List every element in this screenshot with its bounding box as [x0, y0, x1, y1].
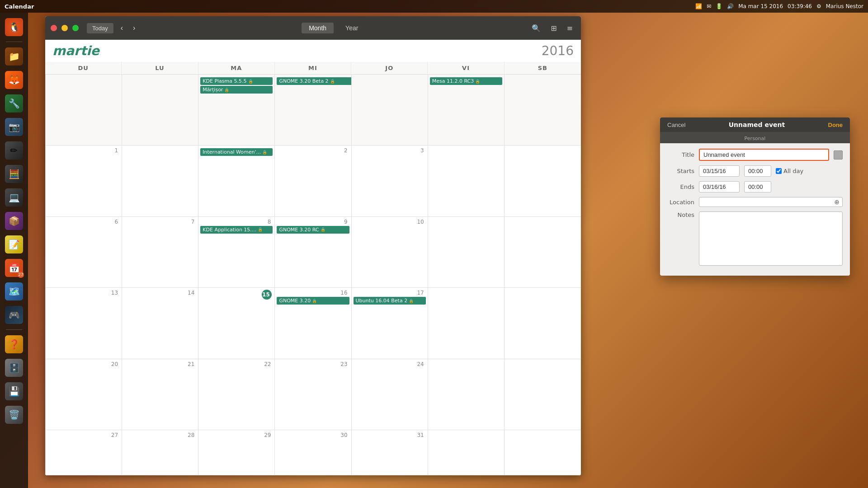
- cal-cell-w2-vi[interactable]: [428, 217, 505, 288]
- today-button[interactable]: Today: [87, 23, 113, 33]
- cal-cell-w3-mi[interactable]: 16 GNOME 3.20 🔒: [275, 288, 351, 359]
- cal-cell-w4-mi[interactable]: 23: [275, 359, 351, 430]
- lock-icon: 🔒: [262, 150, 267, 155]
- dock-item-notes[interactable]: 📝: [3, 234, 25, 255]
- dock-item-steam[interactable]: 🎮: [3, 304, 25, 326]
- dock-item-calendar[interactable]: 📅 27: [3, 257, 25, 279]
- cal-cell-w2-mi[interactable]: 9 GNOME 3.20 RC 🔒: [275, 217, 351, 288]
- cancel-button[interactable]: Cancel: [667, 122, 685, 128]
- cal-cell-w1-mi[interactable]: 2: [275, 145, 351, 216]
- event-gnome-beta2[interactable]: GNOME 3.20 Beta 2 🔒: [277, 77, 351, 85]
- cal-cell-w0-lu[interactable]: [122, 75, 198, 145]
- cal-cell-w0-jo[interactable]: [352, 75, 428, 145]
- search-icon[interactable]: 🔍: [529, 22, 543, 34]
- cal-cell-w3-ma[interactable]: 15: [198, 288, 275, 359]
- grid-icon[interactable]: ⊞: [548, 22, 559, 34]
- mail-icon: ✉: [707, 3, 711, 9]
- event-martisor[interactable]: Mărțișor 🔒: [200, 86, 273, 94]
- cal-cell-w2-lu[interactable]: 7: [122, 217, 198, 288]
- event-intl-women[interactable]: International Women'... 🔒: [200, 148, 273, 156]
- cal-cell-w0-ma[interactable]: KDE Plasma 5.5.5 🔒 Mărțișor 🔒: [198, 75, 275, 145]
- notes-textarea[interactable]: [699, 211, 843, 266]
- dock-item-maps[interactable]: 🗺️: [3, 281, 25, 302]
- cal-cell-w5-du[interactable]: 27: [46, 430, 122, 475]
- event-kde-app[interactable]: KDE Application 15.... 🔒: [200, 226, 273, 234]
- event-ubuntu-beta2[interactable]: Ubuntu 16.04 Beta 2 🔒: [354, 297, 426, 305]
- allday-checkbox[interactable]: [776, 168, 782, 174]
- next-button[interactable]: ›: [130, 23, 138, 33]
- dock-item-software[interactable]: 📦: [3, 210, 25, 232]
- location-input[interactable]: [702, 199, 834, 206]
- cal-cell-w3-sb[interactable]: [505, 288, 581, 359]
- cal-cell-w4-ma[interactable]: 22: [198, 359, 275, 430]
- cal-cell-w1-vi[interactable]: [428, 145, 505, 216]
- cal-cell-w1-du[interactable]: 1: [46, 145, 122, 216]
- cal-cell-w5-jo[interactable]: 31: [352, 430, 428, 475]
- cal-cell-w0-sb[interactable]: [505, 75, 581, 145]
- cal-cell-w5-lu[interactable]: 28: [122, 430, 198, 475]
- dock-item-trash[interactable]: 🗑️: [3, 404, 25, 426]
- cal-cell-w1-ma[interactable]: International Women'... 🔒: [198, 145, 275, 216]
- cal-cell-w1-lu[interactable]: [122, 145, 198, 216]
- event-gnome-rc[interactable]: GNOME 3.20 RC 🔒: [277, 226, 349, 234]
- cal-cell-w5-sb[interactable]: [505, 430, 581, 475]
- cell-num: [430, 218, 502, 220]
- month-view-button[interactable]: Month: [302, 23, 334, 33]
- ends-date-input[interactable]: [699, 181, 740, 192]
- title-input[interactable]: [699, 149, 829, 161]
- dock-item-files[interactable]: 📁: [3, 46, 25, 67]
- starts-time-input[interactable]: [744, 165, 771, 177]
- cal-cell-w4-sb[interactable]: [505, 359, 581, 430]
- cal-cell-w3-du[interactable]: 13: [46, 288, 122, 359]
- done-button[interactable]: Done: [828, 122, 843, 128]
- cal-cell-w2-ma[interactable]: 8 KDE Application 15.... 🔒: [198, 217, 275, 288]
- allday-check[interactable]: All day: [776, 168, 803, 174]
- maximize-button[interactable]: [72, 25, 79, 31]
- maps-icon: 🗺️: [5, 282, 23, 300]
- cal-cell-w2-sb[interactable]: [505, 217, 581, 288]
- menu-icon[interactable]: ≡: [564, 22, 576, 34]
- year-view-button[interactable]: Year: [338, 23, 365, 33]
- ends-time-input[interactable]: [744, 181, 771, 192]
- dock-item-terminal[interactable]: 💻: [3, 187, 25, 208]
- cal-cell-w3-lu[interactable]: 14: [122, 288, 198, 359]
- cal-cell-w4-lu[interactable]: 21: [122, 359, 198, 430]
- cal-cell-w0-vi[interactable]: Mesa 11.2.0 RC3 🔒: [428, 75, 505, 145]
- lock-icon: 🔒: [321, 227, 326, 232]
- sidebar: 🐧 📁 🦊 🔧 📷 ✏️ 🧮 💻 📦 📝 📅 27 🗺️ 🎮 ❓ 🗄️: [0, 13, 28, 488]
- event-kde-plasma[interactable]: KDE Plasma 5.5.5 🔒: [200, 77, 273, 85]
- cal-cell-w5-mi[interactable]: 30: [275, 430, 351, 475]
- ends-label: Ends: [667, 183, 694, 190]
- event-mesa[interactable]: Mesa 11.2.0 RC3 🔒: [430, 77, 502, 85]
- minimize-button[interactable]: [61, 25, 68, 31]
- cal-cell-w1-jo[interactable]: 3: [352, 145, 428, 216]
- cal-cell-w0-du[interactable]: [46, 75, 122, 145]
- dock-item-editor[interactable]: ✏️: [3, 140, 25, 161]
- dock-item-disk[interactable]: 💾: [3, 380, 25, 402]
- location-label: Location: [667, 199, 694, 206]
- location-gps-icon[interactable]: ⊕: [834, 198, 840, 206]
- dock-item-help[interactable]: ❓: [3, 333, 25, 355]
- prev-button[interactable]: ‹: [118, 23, 126, 33]
- cal-cell-w3-jo[interactable]: 17 Ubuntu 16.04 Beta 2 🔒: [352, 288, 428, 359]
- cal-cell-w3-vi[interactable]: [428, 288, 505, 359]
- starts-date-input[interactable]: [699, 165, 740, 177]
- cal-cell-w4-vi[interactable]: [428, 359, 505, 430]
- cal-cell-w1-sb[interactable]: [505, 145, 581, 216]
- close-button[interactable]: [51, 25, 57, 31]
- cal-cell-w4-du[interactable]: 20: [46, 359, 122, 430]
- cal-cell-w4-jo[interactable]: 24: [352, 359, 428, 430]
- dock-item-files2[interactable]: 🗄️: [3, 357, 25, 379]
- dock-item-tools[interactable]: 🔧: [3, 93, 25, 114]
- dock-item-firefox[interactable]: 🦊: [3, 69, 25, 91]
- cal-cell-w2-du[interactable]: 6: [46, 217, 122, 288]
- cal-cell-w0-mi[interactable]: GNOME 3.20 Beta 2 🔒: [275, 75, 351, 145]
- dock-item-shotwell[interactable]: 📷: [3, 116, 25, 138]
- dock-item-calculator[interactable]: 🧮: [3, 163, 25, 185]
- cal-cell-w5-ma[interactable]: 29: [198, 430, 275, 475]
- dock-item-ubuntu[interactable]: 🐧: [3, 16, 25, 38]
- cal-cell-w2-jo[interactable]: 10: [352, 217, 428, 288]
- color-swatch[interactable]: [834, 150, 843, 160]
- cal-cell-w5-vi[interactable]: [428, 430, 505, 475]
- event-gnome-320[interactable]: GNOME 3.20 🔒: [277, 297, 349, 305]
